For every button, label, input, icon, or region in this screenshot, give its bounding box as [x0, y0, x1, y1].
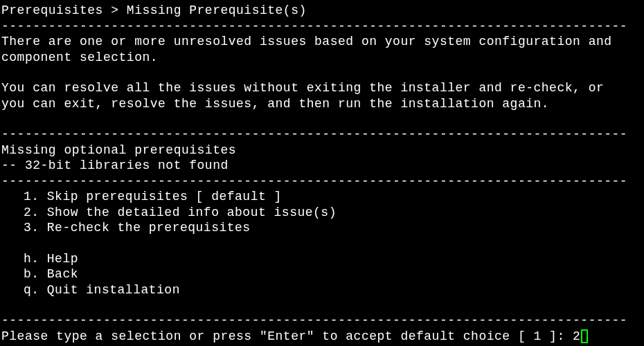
breadcrumb: Prerequisites > Missing Prerequisite(s)	[0, 3, 644, 19]
prompt-text: Please type a selection or press "Enter"…	[1, 329, 573, 345]
divider-top: ----------------------------------------…	[0, 19, 644, 35]
prompt-input[interactable]: 2	[573, 329, 580, 345]
menu-option-3[interactable]: 3. Re-check the prerequisites	[0, 220, 644, 236]
intro-text-3: You can resolve all the issues without e…	[0, 80, 644, 96]
menu-option-back[interactable]: b. Back	[0, 266, 644, 282]
menu-option-2[interactable]: 2. Show the detailed info about issue(s)	[0, 205, 644, 221]
intro-text-4: you can exit, resolve the issues, and th…	[0, 96, 644, 112]
blank-line	[0, 111, 644, 127]
blank-line	[0, 298, 644, 313]
cursor-icon	[581, 329, 588, 343]
divider-bottom: ----------------------------------------…	[0, 313, 644, 329]
blank-line	[0, 236, 644, 251]
intro-text-2: component selection.	[0, 50, 644, 66]
section-item: -- 32-bit libraries not found	[0, 158, 644, 174]
blank-line	[0, 65, 644, 80]
section-title: Missing optional prerequisites	[0, 143, 644, 158]
divider-mid2: ----------------------------------------…	[0, 174, 644, 190]
divider-mid1: ----------------------------------------…	[0, 127, 644, 143]
prompt-line[interactable]: Please type a selection or press "Enter"…	[0, 329, 644, 345]
menu-option-1[interactable]: 1. Skip prerequisites [ default ]	[0, 189, 644, 205]
menu-option-quit[interactable]: q. Quit installation	[0, 282, 644, 298]
intro-text-1: There are one or more unresolved issues …	[0, 34, 644, 50]
menu-option-help[interactable]: h. Help	[0, 251, 644, 267]
